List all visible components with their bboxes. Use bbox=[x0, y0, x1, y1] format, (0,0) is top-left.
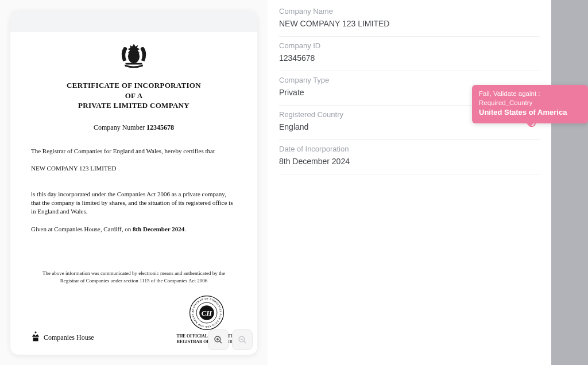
document-card: CERTIFICATE OF INCORPORATION OF A PRIVAT… bbox=[10, 10, 257, 355]
company-number-label: Company Number bbox=[94, 123, 145, 131]
field-value: England bbox=[279, 122, 540, 131]
companies-house-label: Companies House bbox=[44, 333, 94, 342]
field-value: 8th December 2024 bbox=[279, 157, 540, 166]
side-strip bbox=[551, 0, 588, 365]
field-label: Company ID bbox=[279, 41, 540, 50]
svg-line-11 bbox=[220, 341, 222, 343]
certificate-title: CERTIFICATE OF INCORPORATION OF A PRIVAT… bbox=[31, 80, 237, 111]
doc-company-name: NEW COMPANY 123 LIMITED bbox=[31, 164, 237, 173]
companies-house-block: Companies House bbox=[31, 331, 94, 344]
tooltip-line1: Fail, Validate againt : Required_Country bbox=[479, 90, 581, 107]
field-label: Company Type bbox=[279, 76, 540, 84]
document-preview-column: CERTIFICATE OF INCORPORATION OF A PRIVAT… bbox=[0, 0, 268, 365]
incorporation-para: is this day incorporated under the Compa… bbox=[31, 190, 237, 216]
document-top-bar bbox=[10, 10, 257, 32]
field-value: NEW COMPANY 123 LIMITED bbox=[279, 19, 540, 28]
document-body: CERTIFICATE OF INCORPORATION OF A PRIVAT… bbox=[10, 32, 257, 355]
doc-footer-note: The above information was communicated b… bbox=[31, 270, 237, 284]
cert-title-line2: OF A bbox=[31, 91, 237, 101]
field-company-id[interactable]: Company ID 12345678 bbox=[279, 37, 540, 71]
field-label: Company Name bbox=[279, 7, 540, 15]
svg-rect-1 bbox=[126, 63, 142, 65]
details-panel: Company Name NEW COMPANY 123 LIMITED Com… bbox=[268, 0, 551, 365]
validation-tooltip: Fail, Validate againt : Required_Country… bbox=[472, 85, 588, 123]
svg-rect-2 bbox=[33, 337, 38, 341]
zoom-in-button[interactable] bbox=[208, 329, 229, 350]
registrar-line: The Registrar of Companies for England a… bbox=[31, 147, 237, 156]
svg-line-15 bbox=[244, 341, 246, 343]
details-column: Company Name NEW COMPANY 123 LIMITED Com… bbox=[268, 0, 588, 365]
seal-circle-icon: CH REGISTRAR OF COMPANIES FOR ENGLAND AN… bbox=[188, 294, 225, 331]
royal-crest-icon bbox=[31, 40, 237, 72]
given-at-line: Given at Companies House, Cardiff, on 8t… bbox=[31, 225, 237, 234]
svg-text:CH: CH bbox=[201, 309, 212, 317]
certificate-body: The Registrar of Companies for England a… bbox=[31, 147, 237, 243]
field-value: 12345678 bbox=[279, 53, 540, 63]
field-label: Date of Incorporation bbox=[279, 145, 540, 153]
zoom-controls bbox=[208, 329, 253, 350]
crown-icon bbox=[31, 331, 40, 344]
company-number-value: 12345678 bbox=[146, 123, 174, 131]
field-date-of-incorporation[interactable]: Date of Incorporation 8th December 2024 bbox=[279, 140, 540, 174]
doc-footer: Companies House CH bbox=[31, 294, 237, 344]
tooltip-line2: United States of America bbox=[479, 107, 581, 118]
field-company-name[interactable]: Company Name NEW COMPANY 123 LIMITED bbox=[279, 2, 540, 37]
cert-title-line1: CERTIFICATE OF INCORPORATION bbox=[31, 80, 237, 91]
zoom-out-button[interactable] bbox=[232, 329, 253, 350]
cert-title-line3: PRIVATE LIMITED COMPANY bbox=[31, 100, 237, 111]
svg-point-3 bbox=[34, 332, 36, 333]
company-number-line: Company Number 12345678 bbox=[31, 123, 237, 132]
